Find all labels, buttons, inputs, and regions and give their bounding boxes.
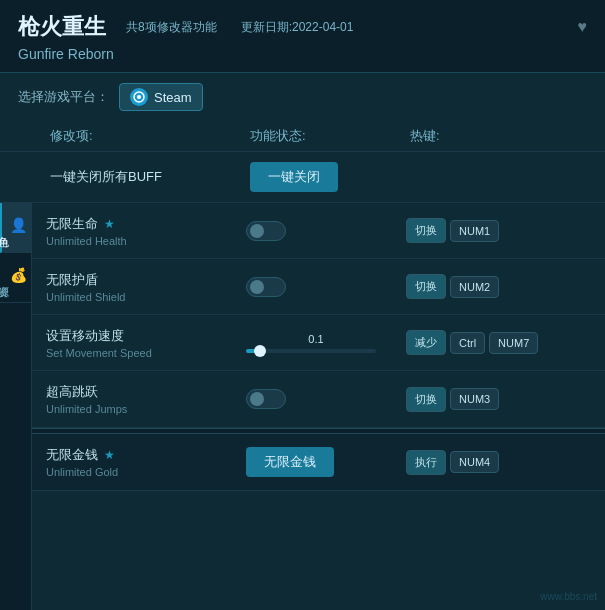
health-hotkey-switch[interactable]: 切换 [406,218,446,243]
col-hotkey-header: 热键: [410,127,587,145]
oneclick-button[interactable]: 一键关闭 [250,162,338,192]
mod-count: 共8项修改器功能 [126,19,217,36]
platform-label: 选择游戏平台： [18,88,109,106]
steam-label: Steam [154,90,192,105]
sidebar-item-resources[interactable]: 💰 资源 [0,253,31,303]
health-name-cn: 无限生命 [46,215,98,233]
speed-name-en: Set Movement Speed [46,347,246,359]
gold-star: ★ [104,448,115,462]
gold-name-en: Unlimited Gold [46,466,246,478]
gold-hotkey-execute[interactable]: 执行 [406,450,446,475]
shield-name-cn: 无限护盾 [46,271,98,289]
shield-name-en: Unlimited Shield [46,291,246,303]
mod-list: 无限生命 ★ Unlimited Health 切换 NUM1 [32,203,605,610]
jumps-hotkey-num[interactable]: NUM3 [450,388,499,410]
mod-name-shield: 无限护盾 Unlimited Shield [46,271,246,303]
column-headers: 修改项: 功能状态: 热键: [0,121,605,152]
header: 枪火重生 共8项修改器功能 更新日期:2022-04-01 ♥ Gunfire … [0,0,605,73]
jumps-name-cn: 超高跳跃 [46,383,98,401]
speed-name-cn: 设置移动速度 [46,327,124,345]
heart-icon[interactable]: ♥ [578,18,588,36]
jumps-hotkey-switch[interactable]: 切换 [406,387,446,412]
health-name-en: Unlimited Health [46,235,246,247]
health-star: ★ [104,217,115,231]
svg-point-1 [137,95,141,99]
mod-name-speed: 设置移动速度 Set Movement Speed [46,327,246,359]
mod-name-health: 无限生命 ★ Unlimited Health [46,215,246,247]
speed-hotkey-decrease[interactable]: 减少 [406,330,446,355]
speed-slider-value: 0.1 [246,333,386,345]
mod-item-speed: 设置移动速度 Set Movement Speed 0.1 [32,315,605,371]
mod-item-shield: 无限护盾 Unlimited Shield 切换 NUM2 [32,259,605,315]
mod-item-gold: 无限金钱 ★ Unlimited Gold 无限金钱 执行 NUM4 [32,434,605,490]
mod-name-jumps: 超高跳跃 Unlimited Jumps [46,383,246,415]
main-content: 👤 角色 💰 资源 无限生命 ★ [0,203,605,610]
shield-hotkey-num[interactable]: NUM2 [450,276,499,298]
jumps-toggle[interactable] [246,389,286,409]
steam-button[interactable]: Steam [119,83,203,111]
app-container: 枪火重生 共8项修改器功能 更新日期:2022-04-01 ♥ Gunfire … [0,0,605,610]
title-en: Gunfire Reborn [18,46,587,62]
health-toggle[interactable] [246,221,286,241]
health-hotkey-num[interactable]: NUM1 [450,220,499,242]
speed-slider-track[interactable] [246,349,376,353]
health-toggle-thumb [250,224,264,238]
character-icon: 👤 [11,217,27,234]
oneclick-row: 一键关闭所有BUFF 一键关闭 [0,152,605,203]
speed-slider-thumb[interactable] [254,345,266,357]
character-section: 无限生命 ★ Unlimited Health 切换 NUM1 [32,203,605,428]
platform-row: 选择游戏平台： Steam [0,73,605,121]
watermark: www.bbs.net [540,591,597,602]
speed-slider-container: 0.1 [246,333,386,353]
jumps-toggle-thumb [250,392,264,406]
steam-icon [130,88,148,106]
oneclick-label: 一键关闭所有BUFF [50,168,250,186]
resources-icon: 💰 [11,267,27,284]
gold-name-cn: 无限金钱 [46,446,98,464]
gold-hotkey-num[interactable]: NUM4 [450,451,499,473]
mod-name-gold: 无限金钱 ★ Unlimited Gold [46,446,246,478]
speed-hotkey-ctrl[interactable]: Ctrl [450,332,485,354]
mod-item-health: 无限生命 ★ Unlimited Health 切换 NUM1 [32,203,605,259]
shield-hotkey-switch[interactable]: 切换 [406,274,446,299]
resources-section: 无限金钱 ★ Unlimited Gold 无限金钱 执行 NUM4 [32,434,605,491]
jumps-name-en: Unlimited Jumps [46,403,246,415]
gold-action-button[interactable]: 无限金钱 [246,447,334,477]
col-status-header: 功能状态: [250,127,410,145]
mod-item-jumps: 超高跳跃 Unlimited Jumps 切换 NUM3 [32,371,605,427]
col-mod-header: 修改项: [50,127,250,145]
sidebar: 👤 角色 💰 资源 [0,203,32,610]
header-meta: 共8项修改器功能 更新日期:2022-04-01 [126,19,353,36]
shield-toggle[interactable] [246,277,286,297]
shield-toggle-thumb [250,280,264,294]
sidebar-item-character[interactable]: 👤 角色 [0,203,31,253]
title-cn: 枪火重生 [18,12,106,42]
speed-hotkey-num[interactable]: NUM7 [489,332,538,354]
update-date: 更新日期:2022-04-01 [241,19,354,36]
